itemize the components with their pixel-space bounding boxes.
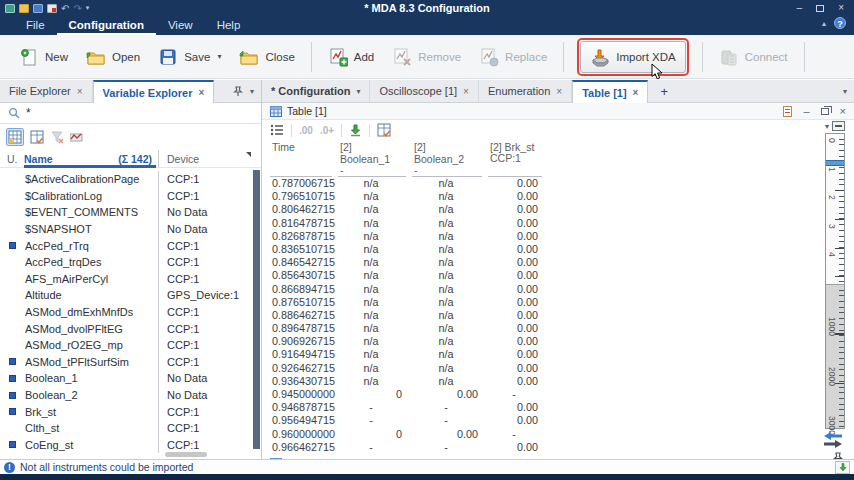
table-row[interactable]: 0.836510715n/an/a0.00 <box>270 243 854 256</box>
table-row[interactable]: 0.966462715--0.00 <box>270 441 854 454</box>
table-row[interactable]: 0.866894715n/an/a0.00 <box>270 283 854 296</box>
table-row[interactable]: 0.946878715--0.00 <box>270 401 854 414</box>
tab-enumeration[interactable]: Enumeration × <box>479 80 572 102</box>
tab-file-explorer[interactable]: File Explorer × <box>0 80 93 102</box>
tab-dropdown-icon[interactable]: ▾ <box>356 87 360 96</box>
variable-row[interactable]: ASMod_tPFltSurfSimCCP:1 <box>0 354 261 371</box>
variable-row[interactable]: Boolean_2No Data <box>0 387 261 404</box>
variable-list-scrollbar[interactable] <box>253 170 260 449</box>
table-row[interactable]: 0.936430715n/an/a0.00 <box>270 375 854 388</box>
variable-row[interactable]: ASMod_dmExhMnfDsCCP:1 <box>0 304 261 321</box>
table-row[interactable]: 0.906926715n/an/a0.00 <box>270 335 854 348</box>
table-row[interactable]: 0.886462715n/an/a0.00 <box>270 309 854 322</box>
export-values-icon[interactable] <box>349 124 362 137</box>
column-header-device[interactable]: Device <box>158 150 261 167</box>
variable-row[interactable]: $SNAPSHOTNo Data <box>0 221 261 238</box>
variable-row[interactable]: Clth_stCCP:1 <box>0 420 261 437</box>
variable-row[interactable]: $EVENT_COMMENTSNo Data <box>0 204 261 221</box>
ruler-overview-section[interactable]: 100020003000 <box>826 284 844 428</box>
restore-table-icon[interactable] <box>821 108 829 115</box>
time-ruler[interactable]: 01234 100020003000 <box>825 133 845 429</box>
step-back-icon[interactable] <box>824 432 846 440</box>
table-column-header[interactable]: Time <box>270 140 332 177</box>
table-row[interactable]: 0.787006715n/an/a0.00 <box>270 177 854 190</box>
pin-icon[interactable] <box>233 86 243 97</box>
open-button[interactable]: Open <box>77 42 149 72</box>
table-row[interactable]: 0.96000000000.00- <box>270 428 854 441</box>
new-button[interactable]: New <box>10 42 77 72</box>
save-button[interactable]: Save ▾ <box>149 42 230 72</box>
variable-row[interactable]: ASMod_rO2EG_mpCCP:1 <box>0 337 261 354</box>
collapse-ribbon-icon[interactable]: ▴ <box>822 19 826 28</box>
notes-icon[interactable] <box>783 106 792 117</box>
menu-file[interactable]: File <box>14 17 57 35</box>
close-tab-icon[interactable]: × <box>198 87 204 98</box>
decrease-decimals-button[interactable]: .00 <box>299 125 313 136</box>
tab-oscilloscope[interactable]: Oscilloscope [1] × <box>370 80 479 102</box>
table-row[interactable]: 0.796510715n/an/a0.00 <box>270 190 854 203</box>
table-row[interactable]: 0.956494715--0.00 <box>270 414 854 427</box>
menu-configuration[interactable]: Configuration <box>57 17 156 35</box>
ruler-zoom-section[interactable]: 01234 <box>826 134 844 284</box>
tab-configuration[interactable]: * Configuration ▾ <box>262 80 370 102</box>
table-row[interactable]: 0.926462715n/an/a0.00 <box>270 362 854 375</box>
variable-row[interactable]: AccPed_trqDesCCP:1 <box>0 254 261 271</box>
tab-variable-explorer[interactable]: Variable Explorer × <box>93 80 215 103</box>
column-header-u[interactable]: U. <box>0 153 24 165</box>
search-input[interactable]: * <box>26 106 31 120</box>
ruler-menu-icon[interactable]: ▾ <box>825 122 829 131</box>
table-settings-icon[interactable] <box>377 123 391 137</box>
close-tab-icon[interactable]: × <box>463 86 469 97</box>
variable-row[interactable]: $CalibrationLogCCP:1 <box>0 188 261 205</box>
column-header-name[interactable]: Name (Σ 142) <box>24 153 158 165</box>
variable-search[interactable]: * <box>0 103 261 124</box>
table-row[interactable]: 0.826878715n/an/a0.00 <box>270 230 854 243</box>
row-options-icon[interactable] <box>270 124 284 136</box>
import-xda-button[interactable]: Import XDA <box>580 41 685 73</box>
table-row[interactable]: 0.816478715n/an/a0.00 <box>270 217 854 230</box>
add-button[interactable]: Add <box>319 42 383 72</box>
variable-row[interactable]: ASMod_dvolPFltEGCCP:1 <box>0 320 261 337</box>
table-row[interactable]: 0.856430715n/an/a0.00 <box>270 269 854 282</box>
table-row[interactable]: 0.94500000000.00- <box>270 388 854 401</box>
table-row[interactable]: 0.806462715n/an/a0.00 <box>270 203 854 216</box>
table-row[interactable]: 0.846542715n/an/a0.00 <box>270 256 854 269</box>
configure-columns-button[interactable] <box>30 130 44 144</box>
close-button[interactable]: Close <box>230 42 303 72</box>
filter-button[interactable] <box>50 130 64 144</box>
tab-list-icon[interactable]: ▾ <box>843 87 847 96</box>
variable-row[interactable]: AFS_mAirPerCylCCP:1 <box>0 271 261 288</box>
scrollbar-thumb[interactable] <box>253 170 260 449</box>
increase-decimals-button[interactable]: .0+ <box>320 125 334 136</box>
variable-row[interactable]: CoEng_stCCP:1 <box>0 437 261 454</box>
minimize-table-icon[interactable]: – <box>803 105 809 117</box>
horizontal-scrollbar-thumb[interactable] <box>165 452 207 457</box>
close-window-button[interactable]: × <box>838 3 844 13</box>
time-slider-thumb[interactable] <box>826 160 844 166</box>
signal-type-icon[interactable] <box>70 132 83 142</box>
help-icon[interactable]: ? <box>834 17 846 29</box>
table-column-header[interactable]: [2] Boolean_2- <box>412 140 482 177</box>
table-row[interactable]: 0.896478715n/an/a0.00 <box>270 322 854 335</box>
table-column-header[interactable]: [2] Brk_stCCP:1 <box>488 140 542 177</box>
maximize-button[interactable] <box>816 5 824 12</box>
variable-row[interactable]: AltitudeGPS_Device:1 <box>0 287 261 304</box>
goto-position-icon[interactable] <box>832 121 845 131</box>
minimize-button[interactable]: – <box>797 3 803 13</box>
show-all-variables-button[interactable] <box>6 128 24 146</box>
variable-row[interactable]: Brk_stCCP:1 <box>0 403 261 420</box>
panel-menu-icon[interactable]: ▾ <box>250 87 254 96</box>
table-row[interactable]: 0.916494715n/an/a0.00 <box>270 348 854 361</box>
close-table-icon[interactable]: × <box>840 105 846 117</box>
save-dropdown-icon[interactable]: ▾ <box>217 52 221 61</box>
step-forward-icon[interactable] <box>824 440 846 448</box>
menu-help[interactable]: Help <box>205 17 253 35</box>
variable-row[interactable]: Boolean_1No Data <box>0 370 261 387</box>
close-tab-icon[interactable]: × <box>633 87 639 98</box>
table-row[interactable]: 0.876510715n/an/a0.00 <box>270 296 854 309</box>
add-tab-button[interactable]: + <box>648 80 680 102</box>
tab-table-1[interactable]: Table [1] × <box>572 80 648 103</box>
close-tab-icon[interactable]: × <box>77 86 83 97</box>
menu-view[interactable]: View <box>156 17 205 35</box>
close-tab-icon[interactable]: × <box>556 86 562 97</box>
